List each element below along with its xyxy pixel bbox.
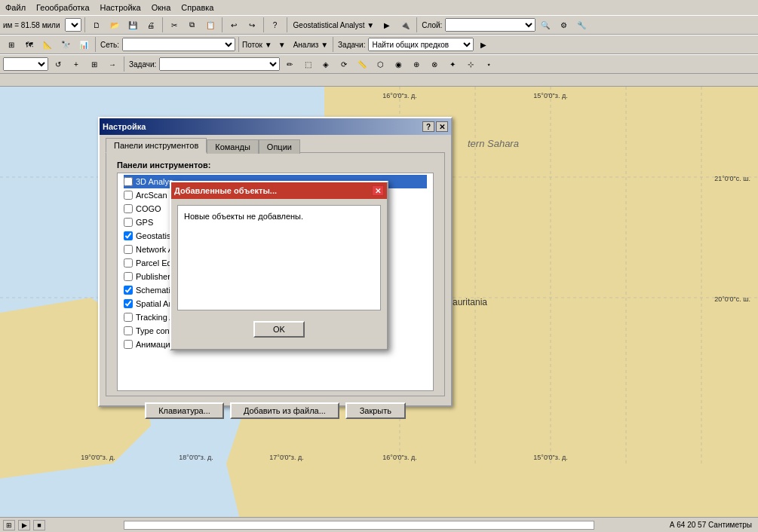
- cb-parcel[interactable]: [124, 258, 133, 268]
- tasks-label-1: Задачи:: [338, 41, 365, 49]
- svg-text:16°0'0"з. д.: 16°0'0"з. д.: [382, 92, 416, 99]
- tb-btn-print[interactable]: 🖨: [143, 17, 159, 33]
- tb-btn-copy[interactable]: ⧉: [184, 17, 201, 33]
- added-titlebar: Добавленные объекты... ✕: [171, 182, 387, 199]
- tb-btn-new[interactable]: 🗋: [88, 17, 105, 33]
- tb-btn-r2-3[interactable]: 📐: [39, 36, 56, 53]
- btn-add-file[interactable]: Добавить из файла...: [230, 402, 339, 419]
- tb-btn-r3-refresh[interactable]: ↺: [50, 56, 66, 72]
- status-btn-3[interactable]: ■: [33, 520, 45, 530]
- separator-1: [84, 17, 85, 32]
- btn-keyboard[interactable]: Клавиатура...: [145, 402, 224, 419]
- menu-file[interactable]: Файл: [3, 2, 28, 13]
- tb-btn-r2-4[interactable]: 🔭: [57, 36, 74, 53]
- tb-btn-redo[interactable]: ↪: [244, 17, 260, 33]
- cb-tracking[interactable]: [124, 313, 133, 322]
- network-label: Сеть:: [100, 41, 119, 49]
- svg-text:15°0'0"з. д.: 15°0'0"з. д.: [533, 92, 567, 99]
- scale-dropdown[interactable]: [65, 18, 81, 32]
- cb-typeconv[interactable]: [124, 326, 133, 335]
- menu-help[interactable]: Справка: [179, 2, 216, 13]
- cb-schematics[interactable]: [124, 286, 133, 295]
- menu-geoprocessing[interactable]: Геообработка: [34, 2, 92, 13]
- tb-btn-save[interactable]: 💾: [124, 17, 141, 33]
- tb-btn-r3-5[interactable]: ⬡: [372, 56, 388, 72]
- tb-btn-paste[interactable]: 📋: [202, 17, 219, 33]
- added-body: Новые объекты не добавлены.: [177, 205, 381, 310]
- cb-animation[interactable]: [124, 340, 133, 349]
- tb-btn-cut[interactable]: ✂: [166, 17, 183, 33]
- tb-btn-layer-tool1[interactable]: 🔍: [537, 17, 554, 33]
- separator-3: [222, 17, 222, 32]
- tb-btn-ext[interactable]: 🔌: [397, 17, 413, 33]
- svg-text:19°0'0"з. д.: 19°0'0"з. д.: [81, 454, 115, 461]
- separator-10: [124, 57, 124, 72]
- network-dropdown[interactable]: [122, 38, 235, 51]
- scale-label: им = 81.58 мили: [3, 21, 60, 29]
- tasks-dropdown-2[interactable]: [159, 57, 280, 71]
- settings-title: Настройка: [103, 122, 146, 131]
- tb-btn-layer-tool3[interactable]: 🔧: [573, 17, 590, 33]
- tb-btn-analyst[interactable]: ▶: [379, 17, 395, 33]
- progress-bar: [124, 521, 594, 530]
- layer-dropdown[interactable]: [445, 18, 536, 32]
- btn-close-settings[interactable]: Закрыть: [345, 402, 406, 419]
- svg-text:15°0'0"з. д.: 15°0'0"з. д.: [533, 454, 567, 461]
- added-message: Новые объекты не добавлены.: [184, 212, 303, 221]
- tb-btn-flow[interactable]: ▼: [274, 36, 290, 53]
- tb-btn-tasks-go[interactable]: ▶: [475, 36, 492, 53]
- analyze-label: Анализ ▼: [293, 41, 328, 49]
- status-btn-1[interactable]: ⊞: [3, 520, 15, 530]
- svg-text:tern Sahara: tern Sahara: [468, 138, 519, 149]
- tb-btn-r3-7[interactable]: ⊕: [408, 56, 425, 72]
- tb-btn-r3-plus[interactable]: +: [68, 56, 84, 72]
- tb-btn-r3-arrow[interactable]: →: [104, 56, 121, 72]
- cb-3danalysis[interactable]: [124, 177, 133, 186]
- flow-label: Поток ▼: [242, 41, 272, 49]
- menu-windows[interactable]: Окна: [149, 2, 173, 13]
- tb-btn-help[interactable]: ?: [267, 17, 284, 33]
- separator-7: [95, 37, 96, 52]
- cb-network[interactable]: [124, 245, 133, 254]
- tb-btn-r3-pencil[interactable]: ✏: [281, 56, 298, 72]
- tb-btn-r2-1[interactable]: ⊞: [3, 36, 20, 53]
- tb-btn-r3-6[interactable]: ◉: [390, 56, 407, 72]
- misc-dropdown[interactable]: [3, 57, 48, 71]
- tab-toolbars[interactable]: Панели инструментов: [106, 138, 207, 153]
- svg-text:21°0'0"с. ш.: 21°0'0"с. ш.: [714, 175, 750, 182]
- cb-publisher[interactable]: [124, 272, 133, 281]
- tb-btn-open[interactable]: 📂: [106, 17, 123, 33]
- cb-spatial[interactable]: [124, 299, 133, 308]
- tb-btn-r3-rotate[interactable]: ⟳: [336, 56, 352, 72]
- btn-ok[interactable]: OK: [253, 321, 305, 338]
- tb-btn-r3-select[interactable]: ⬚: [299, 56, 316, 72]
- tb-btn-r3-10[interactable]: ⊹: [462, 56, 479, 72]
- status-left: ⊞ ▶ ■: [3, 520, 670, 530]
- cb-gps[interactable]: [124, 218, 133, 227]
- menu-settings[interactable]: Настройка: [98, 2, 143, 13]
- settings-help-btn[interactable]: ?: [422, 121, 434, 132]
- tab-options[interactable]: Опции: [259, 139, 300, 154]
- tasks-dropdown-1[interactable]: Найти общих предков: [368, 38, 474, 51]
- cb-arcscan[interactable]: [124, 191, 133, 200]
- tab-commands[interactable]: Команды: [207, 139, 259, 154]
- tb-btn-r3-grid[interactable]: ⊞: [86, 56, 103, 72]
- tb-btn-r3-node[interactable]: ◈: [318, 56, 334, 72]
- tb-btn-r3-8[interactable]: ⊗: [426, 56, 443, 72]
- tb-btn-r3-9[interactable]: ✦: [444, 56, 461, 72]
- separator-4: [263, 17, 264, 32]
- layer-label: Слой:: [422, 21, 442, 29]
- tb-btn-layer-tool2[interactable]: ⚙: [555, 17, 572, 33]
- tb-btn-r2-2[interactable]: 🗺: [21, 36, 38, 53]
- added-close-btn[interactable]: ✕: [372, 185, 384, 196]
- titlebar-buttons: ? ✕: [422, 121, 448, 132]
- tb-btn-r3-11[interactable]: ⋆: [480, 56, 497, 72]
- cb-cogo[interactable]: [124, 204, 133, 213]
- tb-btn-r3-measure[interactable]: 📏: [354, 56, 370, 72]
- tb-btn-r2-5[interactable]: 📊: [75, 36, 92, 53]
- status-btn-2[interactable]: ▶: [18, 520, 30, 530]
- settings-close-btn[interactable]: ✕: [436, 121, 448, 132]
- tb-btn-undo[interactable]: ↩: [226, 17, 242, 33]
- cb-geostatis[interactable]: [124, 231, 133, 240]
- separator-5: [287, 17, 287, 32]
